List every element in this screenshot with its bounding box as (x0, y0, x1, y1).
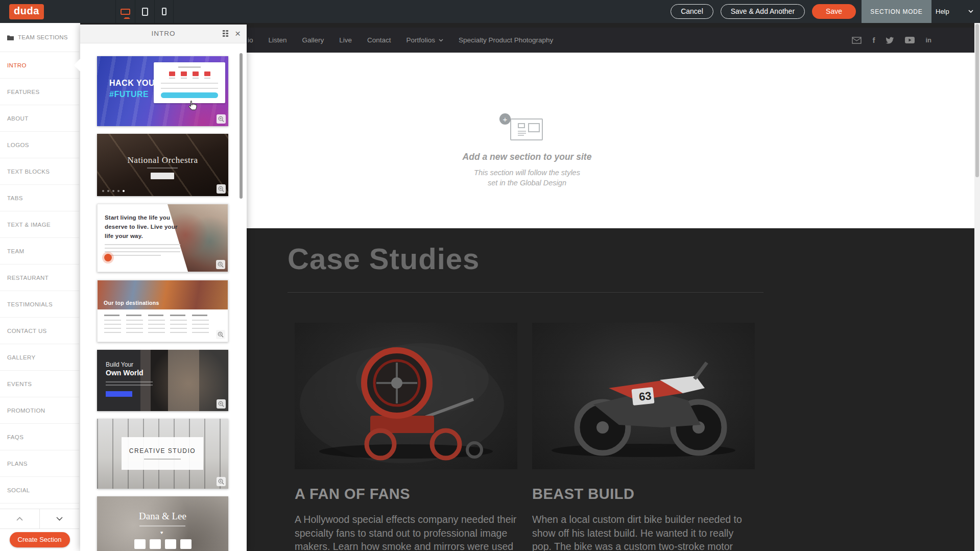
add-section-plus-icon[interactable]: + (499, 113, 511, 125)
sidebar-item-features[interactable]: FEATURES (0, 79, 79, 105)
placeholder-line (518, 133, 526, 134)
sidebar-item-about[interactable]: ABOUT (0, 105, 79, 132)
duda-logo[interactable]: duda (9, 4, 44, 19)
site-nav-item-listen[interactable]: Listen (269, 36, 287, 44)
placeholder-text-lines (105, 244, 176, 258)
intro-templates-panel: INTRO × HACK YOUR #FUTURE (80, 25, 247, 551)
bike-plate-number: 63 (638, 389, 652, 403)
site-nav-item-specialty[interactable]: Specialty Product Photography (459, 36, 553, 44)
dropzone-subtitle-line2: set in the Global Design (461, 179, 593, 187)
section-mode-badge: SECTION MODE (862, 0, 931, 23)
save-add-another-button[interactable]: Save & Add Another (721, 4, 805, 19)
sidebar-item-text-image[interactable]: TEXT & IMAGE (0, 211, 79, 238)
twitter-icon[interactable] (886, 37, 894, 44)
facebook-icon[interactable]: f (872, 36, 875, 44)
sidebar-item-contact-us[interactable]: CONTACT US (0, 318, 79, 344)
template-thumbnail-top-destinations[interactable]: Our top destinations (97, 280, 228, 342)
thumb-heading-bold: Own World (106, 369, 144, 377)
folder-icon (7, 35, 14, 40)
site-nav-item-portfolios[interactable]: Portfolios (407, 36, 443, 44)
sidebar-item-testimonials[interactable]: TESTIMONIALS (0, 291, 79, 318)
site-nav-item-live[interactable]: Live (339, 36, 352, 44)
sidebar-item-social[interactable]: SOCIAL (0, 477, 79, 504)
sidebar-item-gallery[interactable]: GALLERY (0, 344, 79, 371)
sidebar-item-promotion[interactable]: PROMOTION (0, 397, 79, 424)
template-thumbnail-creative-studio[interactable]: CREATIVE STUDIO (97, 419, 228, 489)
chevron-down-icon (56, 517, 63, 521)
mobile-device-button[interactable] (154, 0, 174, 23)
sidebar-header-label: TEAM SECTIONS (18, 34, 68, 40)
dropzone-subtitle-line1: This section will follow the styles (461, 169, 593, 177)
zoom-preview-icon[interactable] (216, 330, 225, 339)
placeholder-image-block (518, 123, 525, 128)
help-menu[interactable]: Help (936, 0, 976, 23)
cancel-button[interactable]: Cancel (671, 4, 713, 19)
thumb-heading: Our top destinations (104, 300, 159, 306)
sidebar-item-text-blocks[interactable]: TEXT BLOCKS (0, 158, 79, 185)
sidebar-item-tabs[interactable]: TABS (0, 185, 79, 211)
template-thumbnail-start-living[interactable]: Start living the life you deserve to liv… (97, 204, 228, 272)
sidebar-item-restaurant[interactable]: RESTAURANT (0, 265, 79, 291)
sidebar-item-team[interactable]: TEAM (0, 238, 79, 265)
thumb-heading: CREATIVE STUDIO (122, 447, 203, 454)
sidebar-item-intro[interactable]: INTRO (0, 52, 79, 79)
template-thumbnail-build-your-own-world[interactable]: Build Your Own World (97, 350, 228, 411)
template-thumbnails-list: HACK YOUR #FUTURE National Orchestra (80, 43, 247, 551)
placeholder-text-lines (106, 381, 153, 388)
thumb-overlay-card: CREATIVE STUDIO (122, 437, 203, 470)
create-section-button[interactable]: Create Section (10, 532, 70, 547)
hand-cursor-icon (188, 100, 197, 113)
heart-icon: ♥ (160, 530, 163, 535)
tablet-device-button[interactable] (135, 0, 154, 23)
panel-scrollbar[interactable] (240, 53, 243, 199)
template-thumbnail-dana-and-lee[interactable]: Dana & Lee ♥ (97, 496, 228, 551)
template-thumbnail-national-orchestra[interactable]: National Orchestra (97, 134, 228, 196)
thumb-button-placeholder (151, 173, 174, 179)
thumb-button-placeholder (106, 391, 132, 397)
tablet-icon (142, 8, 148, 16)
zoom-preview-icon[interactable] (216, 260, 225, 269)
thumb-photo: Our top destinations (98, 280, 228, 309)
zoom-preview-icon[interactable] (217, 399, 226, 409)
placeholder-line (518, 131, 526, 132)
countdown-squares (97, 539, 228, 549)
scroll-down-button[interactable] (40, 509, 79, 529)
desktop-device-button[interactable] (115, 0, 135, 23)
sidebar-item-plans[interactable]: PLANS (0, 450, 79, 477)
zoom-preview-icon[interactable] (217, 184, 226, 194)
scroll-up-button[interactable] (0, 509, 40, 529)
site-nav-item-gallery[interactable]: Gallery (302, 36, 324, 44)
site-nav-item-truncated[interactable]: io (248, 36, 253, 44)
dropzone-title: Add a new section to your site (461, 152, 593, 162)
dirt-bike-photo: 63 (532, 323, 755, 469)
help-label: Help (936, 8, 949, 15)
case-study-card-bike: 63 BEAST BUILD When a local custom dirt … (532, 323, 755, 551)
site-nav-item-contact[interactable]: Contact (367, 36, 391, 44)
template-thumbnail-hack-your-future[interactable]: HACK YOUR #FUTURE (97, 56, 228, 126)
sections-sidebar: TEAM SECTIONS INTRO FEATURES ABOUT LOGOS… (0, 23, 79, 551)
email-icon[interactable] (852, 37, 862, 44)
youtube-icon[interactable] (905, 37, 915, 43)
carousel-dots (102, 190, 125, 192)
zoom-preview-icon[interactable] (217, 114, 226, 124)
device-preview-switcher (115, 0, 174, 23)
section-heading: Case Studies (288, 242, 480, 276)
linkedin-icon[interactable]: in (925, 36, 931, 44)
sidebar-item-events[interactable]: EVENTS (0, 371, 79, 397)
case-study-body: When a local custom dirt bike builder ne… (532, 513, 755, 551)
section-placeholder-icon[interactable] (510, 118, 543, 140)
sidebar-item-faqs[interactable]: FAQS (0, 424, 79, 450)
panel-header: INTRO × (80, 25, 247, 43)
countdown-form-card (154, 62, 225, 103)
destinations-table-placeholder (98, 309, 228, 336)
page-scrollbar[interactable] (974, 23, 980, 551)
grid-view-icon[interactable] (222, 30, 229, 37)
close-icon[interactable]: × (235, 29, 241, 38)
case-study-body: A Hollywood special effects company need… (295, 513, 517, 551)
sidebar-item-logos[interactable]: LOGOS (0, 132, 79, 158)
zoom-preview-icon[interactable] (217, 477, 226, 486)
section-divider (288, 292, 763, 293)
page-scrollbar-thumb[interactable] (975, 24, 979, 177)
save-button[interactable]: Save (812, 4, 856, 19)
thumb-heading: HACK YOUR (109, 79, 161, 88)
